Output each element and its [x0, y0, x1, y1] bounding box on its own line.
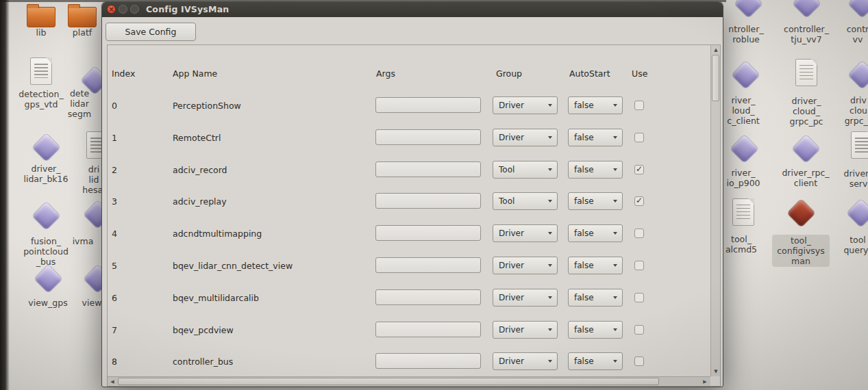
save-config-button[interactable]: Save Config [106, 23, 196, 41]
use-checkbox[interactable] [634, 325, 644, 335]
icon-label: drivclougrpc_s [828, 95, 868, 126]
group-dropdown[interactable]: Driver [493, 289, 558, 307]
icon-label: contrvv [827, 24, 868, 44]
window-title: Config IVSysMan [146, 4, 229, 14]
chevron-down-icon [613, 328, 617, 331]
group-dropdown[interactable]: Driver [493, 129, 558, 146]
use-checkbox[interactable] [634, 165, 644, 174]
args-input[interactable] [375, 257, 481, 273]
app-diamond-icon [32, 202, 60, 230]
autostart-dropdown[interactable]: false [568, 352, 623, 370]
autostart-dropdown[interactable]: false [568, 289, 623, 307]
app-name: bqev_pcdview [173, 325, 234, 335]
scroll-right-arrow-icon[interactable]: ▶ [700, 378, 710, 386]
config-ivsysman-window: × Config IVSysMan Save Config IndexApp N… [101, 1, 723, 387]
group-dropdown[interactable]: Tool [493, 192, 558, 210]
table-row: 8controller_busDriverfalse [108, 346, 720, 378]
scroll-left-arrow-icon[interactable]: ◀ [108, 378, 117, 386]
chevron-down-icon [548, 232, 552, 235]
autostart-dropdown[interactable]: false [568, 129, 623, 146]
row-index: 5 [112, 261, 117, 271]
chevron-down-icon [548, 104, 552, 107]
args-input[interactable] [375, 353, 481, 369]
selected-icon-label: tool_configivsysman [772, 235, 830, 267]
group-dropdown[interactable]: Driver [493, 352, 558, 370]
app-diamond-red-icon [786, 199, 815, 227]
chevron-down-icon [548, 168, 552, 171]
group-dropdown-value: Tool [499, 196, 514, 206]
chevron-down-icon [548, 296, 552, 299]
autostart-dropdown[interactable]: false [568, 257, 623, 274]
autostart-dropdown-value: false [574, 196, 594, 206]
app-diamond-icon [791, 135, 819, 163]
row-index: 1 [112, 133, 117, 143]
desktop-icon-tool_queryr[interactable]: toolqueryr [830, 198, 868, 248]
args-input[interactable] [375, 97, 481, 113]
horizontal-scrollbar-thumb[interactable] [118, 378, 659, 385]
use-checkbox[interactable] [634, 196, 644, 206]
scroll-up-arrow-icon[interactable]: ▲ [711, 46, 721, 54]
use-checkbox[interactable] [634, 261, 644, 270]
desktop-icon-driver_cloud_grpc_s[interactable]: drivclougrpc_s [831, 60, 868, 120]
desktop-icon-tool_configivsysman[interactable]: tool_configivsysman [770, 198, 832, 260]
group-dropdown-value: Driver [499, 101, 524, 110]
app-name: adciv_replay [173, 196, 227, 207]
column-header-autostart: AutoStart [569, 68, 610, 79]
icon-label: driver_serv [828, 168, 868, 189]
close-button[interactable]: × [107, 5, 116, 14]
desktop-icon-controller_roblue[interactable]: ntroller_roblue [717, 0, 779, 39]
group-dropdown[interactable]: Tool [493, 161, 558, 179]
desktop-icon-controller_vv[interactable]: contrvv [831, 0, 868, 39]
group-dropdown[interactable]: Driver [493, 96, 558, 114]
chevron-down-icon [613, 104, 617, 107]
group-dropdown-value: Driver [499, 133, 524, 142]
autostart-dropdown-value: false [574, 293, 594, 302]
use-checkbox[interactable] [634, 133, 644, 142]
args-input[interactable] [375, 129, 481, 145]
args-input[interactable] [375, 225, 481, 241]
use-checkbox[interactable] [634, 101, 644, 110]
row-index: 4 [112, 229, 117, 239]
autostart-dropdown-value: false [574, 356, 594, 366]
desktop-icon-driver_serv[interactable]: driver_serv [831, 130, 868, 181]
chevron-down-icon [548, 136, 552, 139]
group-dropdown[interactable]: Driver [493, 224, 558, 242]
autostart-dropdown-value: false [574, 101, 594, 110]
use-checkbox[interactable] [634, 293, 644, 302]
desktop-icon-driver_cloud_c_client[interactable]: river_loud_c_client [715, 60, 776, 120]
autostart-dropdown-value: false [574, 165, 594, 174]
args-input[interactable] [375, 161, 481, 177]
autostart-dropdown[interactable]: false [568, 192, 623, 210]
args-input[interactable] [375, 322, 481, 337]
app-name: adcndtmultimapping [173, 229, 262, 239]
autostart-dropdown[interactable]: false [568, 96, 623, 114]
minimize-button[interactable] [119, 5, 127, 14]
vertical-scrollbar[interactable]: ▲ ▼ [710, 45, 720, 376]
vertical-scrollbar-thumb[interactable] [712, 55, 719, 101]
autostart-dropdown[interactable]: false [568, 321, 623, 339]
use-checkbox[interactable] [634, 229, 644, 238]
scroll-down-arrow-icon[interactable]: ▼ [711, 367, 721, 376]
screen-bezel-edge [0, 0, 10, 390]
group-dropdown-value: Driver [499, 356, 524, 366]
group-dropdown[interactable]: Driver [493, 321, 558, 339]
horizontal-scrollbar[interactable]: ◀ ▶ [108, 376, 710, 386]
autostart-dropdown[interactable]: false [568, 161, 623, 179]
group-dropdown-value: Driver [499, 229, 524, 238]
args-input[interactable] [375, 289, 481, 305]
column-header-group: Group [496, 68, 522, 79]
use-checkbox[interactable] [634, 356, 644, 366]
maximize-button[interactable] [130, 5, 139, 14]
column-header-use: Use [632, 68, 647, 79]
column-header-index: Index [112, 68, 135, 79]
chevron-down-icon [548, 264, 552, 267]
autostart-dropdown[interactable]: false [568, 224, 623, 242]
args-input[interactable] [375, 193, 481, 209]
app-diamond-icon [730, 135, 758, 163]
row-index: 7 [112, 325, 117, 335]
chevron-down-icon [548, 200, 552, 203]
group-dropdown[interactable]: Driver [493, 257, 558, 274]
window-titlebar[interactable]: × Config IVSysMan [102, 2, 723, 17]
group-dropdown-value: Driver [499, 293, 524, 302]
table-scroll-area: IndexApp NameArgsGroupAutoStartUse 0Perc… [107, 44, 721, 387]
